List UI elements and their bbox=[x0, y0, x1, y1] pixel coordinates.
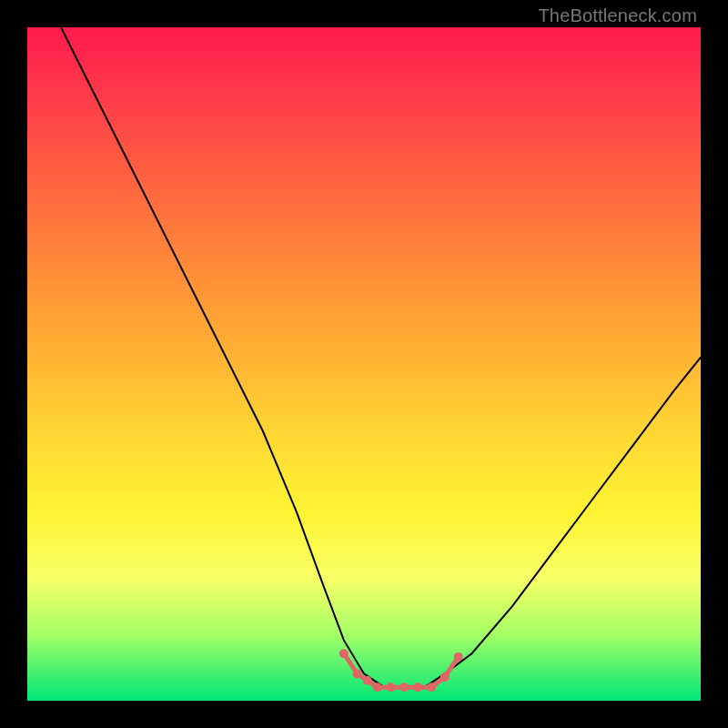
highlight-dot bbox=[387, 682, 396, 692]
highlight-dot bbox=[363, 676, 372, 685]
highlight-dot bbox=[339, 649, 349, 658]
highlight-dot bbox=[399, 682, 409, 692]
plot-area bbox=[27, 27, 701, 701]
highlight-dots bbox=[339, 649, 463, 692]
highlight-dot bbox=[353, 669, 362, 678]
highlight-dot bbox=[454, 652, 463, 662]
chart-frame: TheBottleneck.com bbox=[0, 0, 728, 728]
highlight-dot bbox=[413, 682, 422, 692]
highlight-dot bbox=[373, 682, 382, 692]
bottleneck-curve bbox=[61, 27, 701, 687]
chart-svg bbox=[27, 27, 701, 701]
highlight-dot bbox=[427, 682, 436, 692]
highlight-dot bbox=[440, 672, 450, 682]
watermark-text: TheBottleneck.com bbox=[538, 5, 697, 26]
